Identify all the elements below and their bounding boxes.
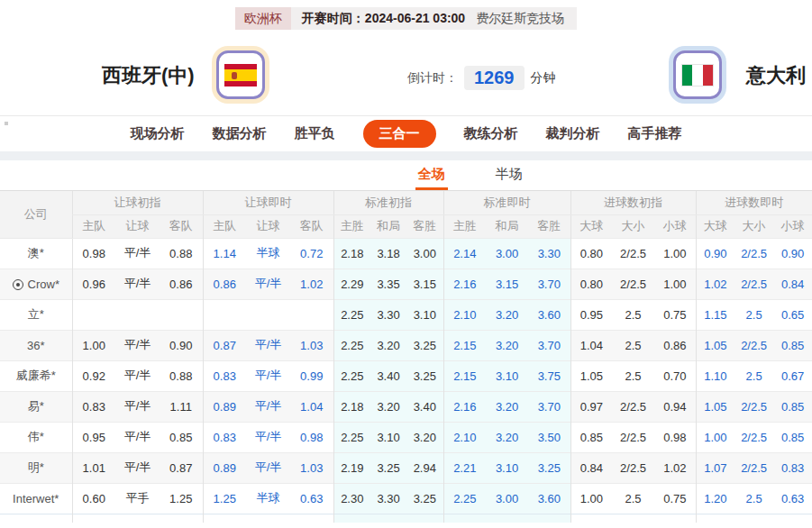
odds-cell: 平手 [115, 483, 160, 514]
odds-cell: 1.02 [654, 452, 696, 483]
odds-table-body: 澳*0.98平/半0.881.14半球0.722.183.183.002.143… [0, 238, 812, 523]
odds-cell: 2/2.5 [734, 452, 773, 483]
odds-cell: 1.10 [696, 360, 734, 391]
odds-cell: 2.25 [333, 360, 370, 391]
period-subtabs: 全场半场 [0, 160, 812, 191]
odds-cell: 0.97 [570, 391, 612, 422]
odds-cell: 2.18 [333, 238, 370, 269]
odds-cell: 3.25 [370, 452, 406, 483]
odds-cell [654, 514, 696, 523]
odds-cell: 平/半 [246, 391, 290, 422]
tab-coach-analysis[interactable]: 教练分析 [464, 123, 518, 144]
odds-cell: 1.14 [203, 238, 246, 269]
period-subtabs-inner: 全场半场 [415, 160, 525, 190]
odds-cell: 3.40 [370, 360, 406, 391]
odds-cell: 2.5 [612, 360, 654, 391]
odds-cell: 平/半 [115, 391, 160, 422]
table-row: Interwet*0.60平手1.251.25半球0.632.303.303.2… [0, 483, 812, 514]
odds-cell [333, 514, 370, 523]
odds-cell [486, 514, 528, 523]
odds-table-head: 公司让球初指让球即时标准初指标准即时进球数初指进球数即时主队让球客队主队让球客队… [0, 191, 812, 238]
odds-cell: 3.20 [486, 422, 528, 452]
odds-cell: 0.85 [773, 330, 812, 360]
tab-win-draw-lose[interactable]: 胜平负 [295, 123, 335, 144]
odds-cell: 0.95 [570, 299, 612, 330]
odds-cell: 0.86 [654, 330, 696, 360]
company-name: 立* [0, 299, 72, 330]
odds-cell: 0.92 [72, 360, 115, 391]
odds-cell: 3.10 [486, 452, 528, 483]
odds-cell: 0.89 [203, 452, 246, 483]
table-row: 威廉希*0.92平/半0.880.83平/半0.992.253.403.252.… [0, 360, 812, 391]
odds-cell: 3.20 [370, 330, 406, 360]
odds-cell: 0.98 [654, 422, 696, 452]
odds-cell: 2.5 [612, 330, 654, 360]
company-name: Crow* [0, 269, 72, 299]
odds-cell: 2/2.5 [734, 238, 773, 269]
odds-cell: 1.02 [290, 269, 333, 299]
tab-live-analysis[interactable]: 现场分析 [131, 123, 185, 144]
odds-cell: 平/半 [246, 452, 290, 483]
nav-bar: 现场分析数据分析胜平负三合一教练分析裁判分析高手推荐 [0, 115, 812, 151]
company-name: 伟* [0, 422, 72, 452]
odds-cell: 0.75 [654, 483, 696, 514]
odds-cell: 0.85 [773, 391, 812, 422]
odds-cell: 0.85 [773, 422, 812, 452]
odds-cell: 1.04 [290, 391, 333, 422]
col-sub-header: 让球 [246, 214, 290, 238]
tab-data-analysis[interactable]: 数据分析 [213, 123, 267, 144]
table-row-partial [0, 514, 812, 523]
odds-cell [246, 299, 290, 330]
odds-cell: 平/半 [246, 269, 290, 299]
odds-cell: 1.25 [160, 483, 203, 514]
odds-cell: 1.20 [696, 483, 734, 514]
nav-separator-band [0, 151, 812, 160]
odds-cell: 2.30 [333, 483, 370, 514]
tab-three-in-one[interactable]: 三合一 [363, 120, 436, 148]
odds-cell: 3.30 [370, 483, 406, 514]
odds-cell [203, 514, 246, 523]
odds-cell [290, 299, 333, 330]
odds-cell: 1.11 [160, 391, 203, 422]
odds-cell: 2.15 [443, 330, 486, 360]
odds-cell: 2.15 [443, 360, 486, 391]
odds-cell: 3.30 [370, 299, 406, 330]
table-row: 伟*0.95平/半0.850.83平/半0.982.253.103.202.10… [0, 422, 812, 452]
odds-cell: 3.25 [406, 360, 443, 391]
odds-cell: 3.70 [528, 391, 570, 422]
odds-cell: 1.00 [72, 330, 115, 360]
odds-cell: 0.67 [773, 360, 812, 391]
table-row: 立*2.253.303.102.103.203.600.952.50.751.1… [0, 299, 812, 330]
odds-cell: 3.25 [406, 483, 443, 514]
tab-referee-analysis[interactable]: 裁判分析 [546, 123, 600, 144]
odds-cell: 3.40 [406, 391, 443, 422]
company-name: 易* [0, 391, 72, 422]
odds-cell [734, 514, 773, 523]
odds-cell: 0.85 [570, 422, 612, 452]
tab-expert-picks[interactable]: 高手推荐 [628, 123, 682, 144]
col-sub-header: 大球 [570, 214, 612, 238]
odds-cell: 3.18 [370, 238, 406, 269]
odds-cell: 0.84 [570, 452, 612, 483]
odds-cell: 0.70 [654, 360, 696, 391]
odds-cell [203, 299, 246, 330]
odds-cell: 1.05 [696, 330, 734, 360]
odds-cell: 2.25 [443, 483, 486, 514]
odds-cell: 2/2.5 [734, 391, 773, 422]
odds-cell: 3.10 [370, 422, 406, 452]
tab-full-match[interactable]: 全场 [415, 159, 448, 190]
match-info-strip: 欧洲杯 开赛时间：2024-06-21 03:00 费尔廷斯竞技场 [0, 0, 812, 30]
col-sub-header: 让球 [115, 214, 160, 238]
odds-cell: 3.00 [486, 238, 528, 269]
tab-half-match[interactable]: 半场 [493, 159, 525, 190]
col-sub-header: 主队 [203, 214, 246, 238]
odds-cell: 1.05 [570, 360, 612, 391]
odds-cell: 3.20 [370, 391, 406, 422]
odds-cell: 2/2.5 [734, 330, 773, 360]
odds-cell [570, 514, 612, 523]
odds-cell [246, 514, 290, 523]
venue-name: 费尔廷斯竞技场 [476, 11, 564, 27]
odds-cell: 2.25 [333, 330, 370, 360]
odds-cell: 2/2.5 [612, 269, 654, 299]
odds-cell: 3.00 [486, 483, 528, 514]
